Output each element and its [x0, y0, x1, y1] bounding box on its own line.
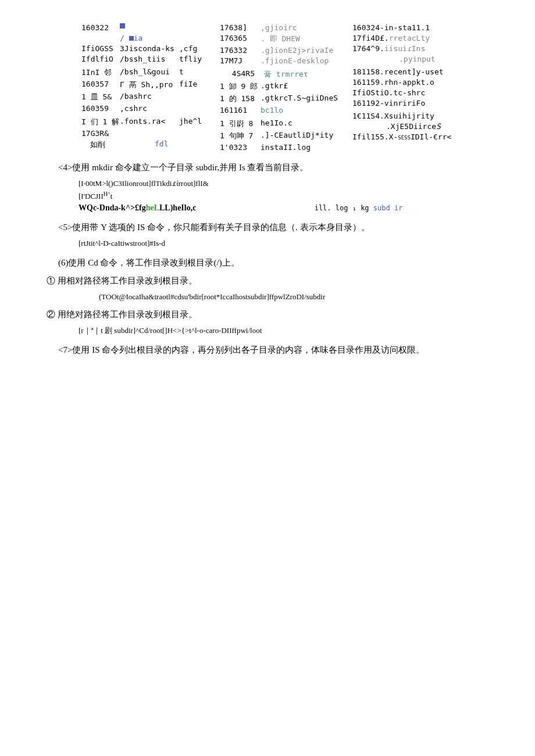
filename: bc1lo	[261, 106, 283, 114]
inode: 17638]	[220, 23, 255, 32]
filename: instaII.log	[261, 143, 311, 152]
filename: .]-CEautliDj*ity	[261, 131, 333, 141]
filename: he1Io.c	[261, 119, 293, 129]
inode: 1InI 邻	[81, 67, 114, 78]
step-6b-text: ② 用绝对路径将工作目录改到根目录。	[47, 309, 488, 320]
inode: IfiOGSS	[81, 44, 114, 53]
filename: 3Jisconda-ks	[120, 44, 173, 53]
code-line: [rtJtit^l-D-caItiwstroot]#Is-d	[79, 238, 488, 249]
square-icon	[120, 23, 125, 28]
inode: 160359	[81, 104, 114, 113]
filename: .fjionE-desklop	[261, 56, 329, 65]
step-6-text: (6)使用 Cd 命令，将工作目录改到根目录(/)上。	[58, 257, 488, 268]
step-7-text: <7>使用 IS 命令列出根目录的内容，再分别列出各子目录的内容，体味各目录作用…	[58, 345, 488, 356]
filename: .gtkrcT.S~giiDneS	[261, 94, 338, 104]
filename: .gtkr£	[261, 81, 288, 92]
filename: .fonts.ra<	[120, 117, 173, 127]
inode: 1'0323	[220, 143, 255, 152]
filename: . 即 DHEW	[261, 34, 300, 44]
inode: 4S4R5	[220, 69, 258, 80]
filename: .pyinput	[399, 55, 436, 63]
filename: .g]ionE2j>rivaIe	[261, 46, 333, 55]
code-line: [r｜ª｜t 剧 subdir]^Cd/root[]H<>{>t^l-o-car…	[79, 325, 488, 336]
filename: 膏 trmrreτ	[264, 69, 308, 80]
filename: / / ■iaia	[120, 34, 142, 42]
inode: 1 引嶎 8	[220, 119, 255, 129]
inode: 如削	[81, 139, 114, 150]
step-6b-code: [r｜ª｜t 剧 subdir]^Cd/root[]H<>{>t^l-o-car…	[79, 325, 488, 336]
inode: 160357	[81, 80, 114, 90]
filename: ,gjioirc	[261, 23, 297, 32]
step-6a-text: ① 用相对路径将工作目录改到根目录。	[47, 275, 488, 286]
filename: 181158.recent]y-uset	[352, 67, 444, 76]
filename: Γ 鬲 Sh,,pro	[120, 80, 173, 90]
filename: 160324-in-sta11.1	[352, 23, 430, 32]
inode: 1 的 158	[220, 94, 255, 104]
suffix: ,cfg	[179, 44, 197, 53]
code-line: [I'DCJIIH^t	[79, 189, 488, 202]
filename: 17fi4D£.rretacLty	[352, 34, 430, 42]
ls-col-1: 160322 / / ■iaia IfiOGSS3Jisconda-ks,cfg…	[81, 23, 215, 152]
filename: fdl	[155, 139, 168, 150]
step-5-code: [rtJtit^l-D-caItiwstroot]#Is-d	[79, 238, 488, 249]
filename: 161159.rhn-appkt.o	[352, 78, 434, 87]
filename: ,cshrc	[120, 104, 147, 113]
inode: 17G3R&	[81, 129, 114, 138]
step-5-text: <5>使用带 Y 选项的 IS 命令，你只能看到有关子目录的信息（. 表示本身目…	[58, 222, 488, 233]
filename: .XjE5DiirceS	[386, 122, 441, 131]
code-line: [I·00tM>l()C3Ilionrout]flTikdiɾírrout]fl…	[79, 178, 488, 189]
inode: I 们 1 解	[81, 117, 114, 127]
filename: Ifil155.X-sessIDIl-€rr<	[352, 132, 451, 141]
right-annotation: ill. log ₁ kg subd ir	[315, 203, 403, 213]
inode: 1 卸 9 郎	[220, 81, 255, 92]
inode: 1 句呻 7	[220, 131, 255, 141]
filename: /bsh_l&goui	[120, 67, 173, 78]
suffix: jhe^l	[179, 117, 202, 127]
filename: /bashrc	[120, 92, 152, 102]
inode: IfdlfiO	[81, 55, 114, 63]
filename: IfiOStiO.tc-shrc	[352, 88, 425, 97]
ls-col-2: 17638],gjioirc 176365. 即 DHEW 176332.g]i…	[220, 23, 348, 152]
code-line: (TOOt@IocaIha&traotl#cdsu'bdir[root*Icca…	[99, 291, 488, 303]
filename: /bssh_tiis	[120, 55, 173, 63]
inode: 176332	[220, 46, 255, 55]
filename: 1€11S4.Xsuihijrity	[352, 112, 434, 120]
suffix: fiIe	[179, 80, 197, 90]
suffix: tfliy	[179, 55, 202, 63]
inode: 17M7J	[220, 56, 255, 65]
ls-output-block: 160322 / / ■iaia IfiOGSS3Jisconda-ks,cfg…	[81, 23, 488, 152]
filename: 1764^9.iisuiɾIns	[352, 44, 425, 53]
code-line: WQc-Dnda-k^>£fgheLLL)heIlo,c ill. log ₁ …	[79, 202, 488, 214]
step-4-code: [I·00tM>l()C3Ilionrout]flTikdiɾírrout]fl…	[79, 178, 488, 214]
inode: 1 皿 5&	[81, 92, 114, 102]
filename: 161192-vinririFo	[352, 99, 425, 108]
suffix: t	[179, 67, 184, 78]
step-6a-code: (TOOt@IocaIha&traotl#cdsu'bdir[root*Icca…	[99, 291, 488, 303]
inode: 176365	[220, 34, 255, 44]
inode: 161161	[220, 106, 255, 114]
inode: 160322	[81, 23, 114, 32]
step-4-text: <4>使用 mkdir 命令建立一个子目录 subdir,并用 Is 查看当前目…	[58, 162, 488, 173]
ls-col-3: 160324-in-sta11.1 17fi4D£.rretacLty 1764…	[352, 23, 469, 152]
